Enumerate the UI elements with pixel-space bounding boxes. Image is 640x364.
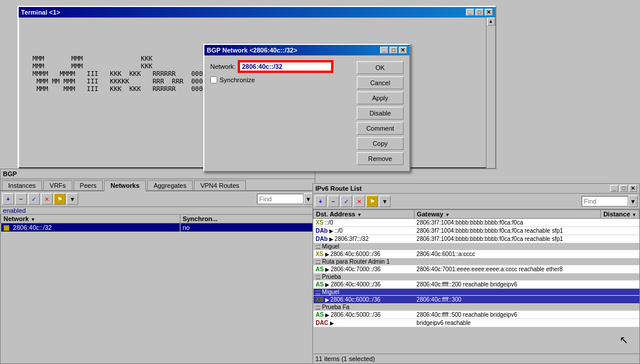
ipv6-find-dropdown-btn[interactable]: ▼ — [628, 195, 638, 207]
ipv6-table-area[interactable]: Dst. Address ▼ Gateway ▼ Distance ▼ XS :… — [313, 209, 639, 354]
distance-cell — [601, 265, 639, 274]
terminal-minimize-btn[interactable]: _ — [466, 9, 474, 16]
table-row[interactable]: DAb ▶2806:3f7::/32 2806:3f7:1004:bbbb:bb… — [314, 235, 639, 243]
tab-instances[interactable]: Instances — [2, 180, 42, 190]
table-row[interactable]: AS ▶2806:40c:7000::/36 2806:40c:7001:eee… — [314, 265, 639, 274]
type-cell: DAb ▶2806:3f7::/32 — [314, 235, 415, 243]
list-item[interactable]: ;;; Miguel — [314, 289, 639, 296]
add-button[interactable]: + — [2, 193, 14, 205]
tab-networks[interactable]: Networks — [104, 180, 146, 191]
col-synchron[interactable]: Synchron... — [180, 215, 314, 223]
gateway-cell: 2806:40c:6001::a:cccc — [414, 250, 600, 258]
find-input[interactable] — [257, 194, 304, 204]
gateway-cell: 2806:40c:7001:eeee:eeee:eeee:a:cccc reac… — [414, 265, 600, 274]
distance-cell — [601, 227, 639, 235]
ipv6-status: 11 items (1 selected) — [313, 354, 639, 363]
terminal-title: Terminal <1> — [21, 9, 60, 16]
copy-button[interactable]: Copy — [357, 137, 404, 150]
col-gateway[interactable]: Gateway ▼ — [414, 210, 600, 219]
tab-aggregates[interactable]: Aggregates — [147, 180, 193, 190]
bgp-toolbar: + − ✓ ✕ ⚑ ▼ ▼ — [1, 191, 315, 207]
ipv6-add-btn[interactable]: + — [315, 195, 326, 207]
ipv6-route-window: IPv6 Route List _ □ ✕ + − ✓ ✕ ⚑ ▼ ▼ Dst.… — [312, 183, 640, 364]
bgp-network-dialog: BGP Network <2806:40c::/32> _ □ ✕ Networ… — [203, 44, 411, 172]
gateway-cell: 2806:3f7:1004:bbbb:bbbb:bbbb:f0ca:f0ca r… — [414, 227, 600, 235]
filter-btn[interactable]: ▼ — [67, 193, 78, 205]
ipv6-check-btn[interactable]: ✓ — [340, 195, 352, 207]
disable-button[interactable]: Disable — [357, 107, 404, 120]
tab-vpn4routes[interactable]: VPN4 Routes — [194, 180, 246, 190]
col-dst-address[interactable]: Dst. Address ▼ — [314, 210, 415, 219]
remove-btn[interactable]: − — [15, 193, 27, 205]
table-row[interactable]: XS ▶2806:40c:6000::/36 2806:40c:6001::a:… — [314, 250, 639, 258]
distance-cell — [601, 311, 639, 319]
ipv6-minimize-btn[interactable]: _ — [610, 185, 618, 192]
comment-button[interactable]: Comment — [357, 122, 404, 135]
ipv6-find-input[interactable] — [582, 196, 628, 206]
terminal-scroll-up[interactable]: ▲ — [487, 18, 495, 26]
ipv6-find-box: ▼ — [582, 195, 638, 207]
gateway-cell: 2806:40c:ffff::300 — [414, 296, 600, 304]
ipv6-filter-btn[interactable]: ▼ — [379, 195, 391, 207]
table-row[interactable]: AS ▶2806:40c:5000::/36 2806:40c:ffff::50… — [314, 311, 639, 319]
table-row[interactable]: DAC ▶ bridgeipv6 reachable — [314, 319, 639, 327]
bgp-dialog-body: Network: Synchronize OK Cancel Apply Dis… — [204, 55, 409, 171]
terminal-titlebar-buttons: _ □ ✕ — [466, 9, 493, 16]
bgp-dialog-close-btn[interactable]: ✕ — [399, 47, 407, 54]
x-btn[interactable]: ✕ — [41, 193, 53, 205]
tab-vrfs[interactable]: VRFs — [43, 180, 72, 190]
bgp-main-window: BGP Instances VRFs Peers Networks Aggreg… — [0, 169, 315, 364]
col-network[interactable]: Network ▼ — [1, 215, 180, 223]
synchronize-checkbox[interactable] — [210, 76, 217, 83]
table-row[interactable]: XS ▶2806:40c:6000::/36 2806:40c:ffff::30… — [314, 296, 639, 304]
gateway-cell: 2806:3f7:1004:bbbb:bbbb:bbbb:f0ca:f0ca — [414, 219, 600, 227]
ipv6-close-btn[interactable]: ✕ — [629, 185, 637, 192]
table-row[interactable]: AS ▶2806:40c:4000::/36 2806:40c:ffff::20… — [314, 281, 639, 289]
type-cell: XS ::/0 — [314, 219, 415, 227]
tab-peers[interactable]: Peers — [74, 180, 103, 190]
find-dropdown-btn[interactable]: ▼ — [304, 193, 313, 205]
gateway-cell: 2806:40c:ffff::500 reachable bridgeipv6 — [414, 311, 600, 319]
gateway-cell: bridgeipv6 reachable — [414, 319, 600, 327]
ok-button[interactable]: OK — [357, 61, 404, 74]
bgp-table: Network ▼ Synchron... 2806:40c::/32 no — [1, 214, 315, 232]
ipv6-flag-btn[interactable]: ⚑ — [366, 195, 378, 207]
check-btn[interactable]: ✓ — [28, 193, 40, 205]
remove-button[interactable]: Remove — [357, 152, 404, 165]
network-input[interactable] — [239, 61, 332, 72]
sync-row: Synchronize — [210, 76, 352, 83]
type-cell: AS ▶2806:40c:4000::/36 — [314, 281, 415, 289]
bgp-dialog-left: Network: Synchronize — [210, 61, 352, 165]
ipv6-maximize-btn[interactable]: □ — [620, 185, 628, 192]
terminal-maximize-btn[interactable]: □ — [475, 9, 484, 16]
col-distance[interactable]: Distance ▼ — [601, 210, 639, 219]
apply-button[interactable]: Apply — [357, 92, 404, 104]
distance-cell — [601, 250, 639, 258]
network-label: Network: — [210, 63, 235, 70]
table-row[interactable]: 2806:40c::/32 no — [1, 223, 315, 232]
flag-btn[interactable]: ⚑ — [54, 193, 65, 205]
ipv6-toolbar: + − ✓ ✕ ⚑ ▼ ▼ — [313, 194, 639, 209]
cancel-button[interactable]: Cancel — [357, 76, 404, 89]
ipv6-titlebar: IPv6 Route List _ □ ✕ — [313, 184, 639, 194]
table-row[interactable]: XS ::/0 2806:3f7:1004:bbbb:bbbb:bbbb:f0c… — [314, 219, 639, 227]
table-row[interactable]: DAb ▶::/0 2806:3f7:1004:bbbb:bbbb:bbbb:f… — [314, 227, 639, 235]
type-cell: DAb ▶::/0 — [314, 227, 415, 235]
bgp-table-area[interactable]: Network ▼ Synchron... 2806:40c::/32 no — [1, 214, 315, 350]
ipv6-remove-btn[interactable]: − — [328, 195, 339, 207]
bgp-dialog-minimize-btn[interactable]: _ — [380, 47, 388, 54]
ipv6-x-btn[interactable]: ✕ — [353, 195, 365, 207]
ipv6-titlebar-buttons: _ □ ✕ — [610, 185, 637, 192]
bgp-dialog-titlebar: BGP Network <2806:40c::/32> _ □ ✕ — [204, 45, 409, 55]
type-cell: XS ▶2806:40c:6000::/36 — [314, 296, 415, 304]
gateway-cell: 2806:3f7:1004:bbbb:bbbb:bbbb:f0ca:f0ca r… — [414, 235, 600, 243]
distance-cell — [601, 281, 639, 289]
list-item: ;;; Prueba — [314, 274, 639, 281]
type-cell: DAC ▶ — [314, 319, 415, 327]
type-cell: XS ▶2806:40c:6000::/36 — [314, 250, 415, 258]
terminal-scrollbar: ▲ — [486, 18, 495, 168]
terminal-close-btn[interactable]: ✕ — [485, 9, 493, 16]
network-row: Network: — [210, 61, 352, 72]
bgp-dialog-maximize-btn[interactable]: □ — [389, 47, 398, 54]
synchronize-label: Synchronize — [220, 76, 255, 83]
